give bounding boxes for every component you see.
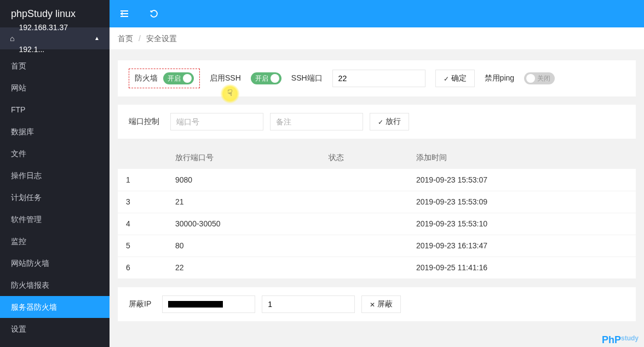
table-row: 5802019-09-23 16:13:47 <box>118 235 636 257</box>
nav-item-site[interactable]: 网站 <box>0 77 110 99</box>
nav-item-ftp[interactable]: FTP <box>0 99 110 121</box>
ssh-port-input[interactable] <box>332 70 426 87</box>
ping-switch[interactable]: 关闭 <box>524 72 555 84</box>
cell-status <box>320 213 408 235</box>
cell-time: 2019-09-23 15:53:07 <box>408 169 636 191</box>
cell-time: 2019-09-23 16:13:47 <box>408 235 636 257</box>
cell-status <box>320 191 408 213</box>
port-control-card: 端口控制 放行 <box>118 105 636 139</box>
nav-item-soft[interactable]: 软件管理 <box>0 208 110 230</box>
col-time: 添加时间 <box>408 147 636 169</box>
cell-idx: 3 <box>118 191 167 213</box>
cell-status <box>320 169 408 191</box>
table-row: 6222019-09-25 11:41:16 <box>118 257 636 278</box>
allow-button[interactable]: 放行 <box>370 113 409 130</box>
switch-knob <box>526 74 535 83</box>
firewall-highlight: 防火墙 开启 <box>129 69 200 88</box>
port-control-label: 端口控制 <box>129 117 159 127</box>
home-icon: ⌂ <box>10 27 14 49</box>
ssh-switch[interactable]: 开启 <box>251 72 281 84</box>
block-ip-label: 屏蔽IP <box>129 299 151 309</box>
ssh-label: 启用SSH <box>210 73 241 83</box>
redacted-ip <box>168 301 223 308</box>
switch-knob <box>183 74 192 83</box>
nav-item-cron[interactable]: 计划任务 <box>0 186 110 208</box>
topbar <box>110 0 644 27</box>
ip-selector[interactable]: ⌂ 192.168.31.37 192.1... ▲ <box>0 27 110 49</box>
col-port: 放行端口号 <box>167 147 320 169</box>
breadcrumb-current: 安全设置 <box>146 34 177 43</box>
content-area: 防火墙 开启 启用SSH 开启 SSH端口 确定 禁用ping 关闭 <box>110 52 644 347</box>
cell-idx: 1 <box>118 169 167 191</box>
remark-input[interactable] <box>270 113 363 130</box>
check-icon <box>444 74 449 83</box>
table-body: 190802019-09-23 15:53:073212019-09-23 15… <box>118 169 636 278</box>
nav-item-fwreport[interactable]: 防火墙报表 <box>0 274 110 296</box>
col-idx <box>118 147 167 169</box>
port-table: 放行端口号 状态 添加时间 190802019-09-23 15:53:0732… <box>118 147 636 279</box>
cell-idx: 5 <box>118 235 167 257</box>
nav-item-webfw[interactable]: 网站防火墙 <box>0 252 110 274</box>
breadcrumb-home[interactable]: 首页 <box>118 34 133 43</box>
block-ip-card: 屏蔽IP 屏蔽 <box>118 287 636 321</box>
switch-knob <box>271 74 279 83</box>
table-header: 放行端口号 状态 添加时间 <box>118 147 636 169</box>
cell-time: 2019-09-23 15:53:09 <box>408 191 636 213</box>
firewall-settings-card: 防火墙 开启 启用SSH 开启 SSH端口 确定 禁用ping 关闭 <box>118 60 636 96</box>
cell-port: 22 <box>167 257 320 278</box>
menu-toggle-icon[interactable] <box>118 7 131 20</box>
table-row: 430000-300502019-09-23 15:53:10 <box>118 213 636 235</box>
ip-text: 192.168.31.37 192.1... <box>19 16 90 60</box>
block-button[interactable]: 屏蔽 <box>361 295 401 313</box>
breadcrumb-sep: / <box>139 34 141 43</box>
cell-port: 30000-30050 <box>167 213 320 235</box>
table-row: 3212019-09-23 15:53:09 <box>118 191 636 213</box>
nav-item-settings[interactable]: 设置 <box>0 318 110 340</box>
nav-list: 首页网站FTP数据库文件操作日志计划任务软件管理监控网站防火墙防火墙报表服务器防… <box>0 49 110 340</box>
nav-item-file[interactable]: 文件 <box>0 143 110 164</box>
nav-item-monitor[interactable]: 监控 <box>0 230 110 252</box>
breadcrumb: 首页 / 安全设置 <box>110 27 644 49</box>
firewall-label: 防火墙 <box>135 73 158 83</box>
cell-port: 80 <box>167 235 320 257</box>
port-input[interactable] <box>170 113 263 130</box>
x-icon <box>370 300 375 309</box>
cell-status <box>320 235 408 257</box>
nav-item-db[interactable]: 数据库 <box>0 121 110 143</box>
col-status: 状态 <box>320 147 408 169</box>
cell-status <box>320 257 408 278</box>
cell-port: 21 <box>167 191 320 213</box>
chevron-up-icon: ▲ <box>94 27 100 49</box>
firewall-switch[interactable]: 开启 <box>163 72 194 84</box>
cell-idx: 4 <box>118 213 167 235</box>
block-count-input[interactable] <box>262 295 355 313</box>
ssh-port-label: SSH端口 <box>291 73 323 83</box>
refresh-icon[interactable] <box>147 7 160 20</box>
confirm-button[interactable]: 确定 <box>435 70 475 87</box>
sidebar: phpStudy linux ⌂ 192.168.31.37 192.1... … <box>0 0 110 347</box>
cell-time: 2019-09-25 11:41:16 <box>408 257 636 278</box>
port-table-card: 放行端口号 状态 添加时间 190802019-09-23 15:53:0732… <box>118 147 636 279</box>
cell-idx: 6 <box>118 257 167 278</box>
check-icon <box>378 117 383 126</box>
nav-item-oplog[interactable]: 操作日志 <box>0 164 110 186</box>
table-row: 190802019-09-23 15:53:07 <box>118 169 636 191</box>
block-ip-input[interactable] <box>162 295 255 313</box>
ping-label: 禁用ping <box>485 73 514 83</box>
cell-port: 9080 <box>167 169 320 191</box>
nav-item-serverfw[interactable]: 服务器防火墙 <box>0 296 110 318</box>
watermark-logo: PhPstudy <box>602 334 639 346</box>
cell-time: 2019-09-23 15:53:10 <box>408 213 636 235</box>
